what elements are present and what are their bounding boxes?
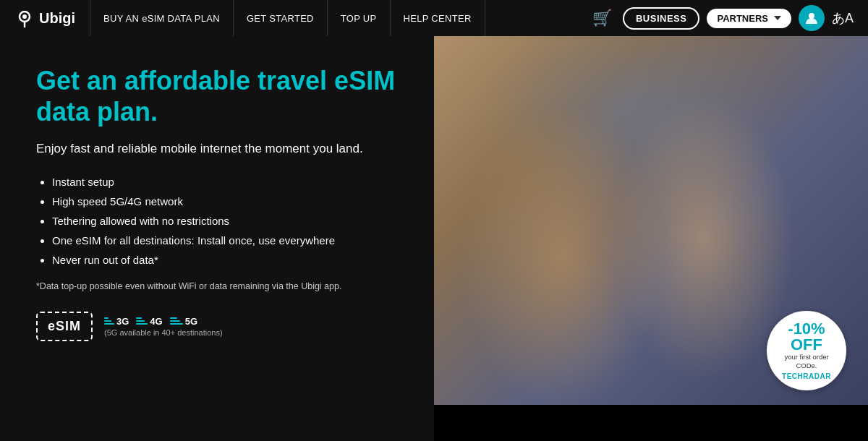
- esim-network-bar: eSIM 3G 4G: [36, 312, 405, 341]
- network-sub-label: (5G available in 40+ destinations): [104, 328, 223, 337]
- signal-lines: [104, 317, 114, 325]
- discount-percent: -10% OFF: [774, 321, 839, 353]
- 4g-badge: 4G: [136, 316, 162, 327]
- discount-badge: -10% OFF your first order CODe. TECHRADA…: [767, 311, 846, 390]
- business-button[interactable]: BUSINESS: [623, 7, 699, 30]
- 5g-badge: 5G: [170, 316, 197, 327]
- svg-point-1: [22, 14, 27, 19]
- nav-right-controls: 🛒 BUSINESS PARTNERS あA: [589, 5, 854, 31]
- discount-code: TECHRADAR: [782, 372, 831, 380]
- list-item: One eSIM for all destinations: Install o…: [52, 231, 405, 250]
- hero-subtitle: Enjoy fast and reliable mobile internet …: [36, 140, 405, 158]
- nav-top-up[interactable]: TOP UP: [328, 0, 391, 36]
- nav-get-started[interactable]: GET STARTED: [234, 0, 328, 36]
- esim-badge: eSIM: [36, 312, 93, 341]
- discount-description: your first order CODe.: [784, 353, 828, 371]
- hero-image: -10% OFF your first order CODe. TECHRADA…: [398, 36, 868, 405]
- signal-lines: [136, 317, 148, 325]
- hero-content: Get an affordable travel eSIM data plan.…: [0, 36, 434, 441]
- hero-title: Get an affordable travel eSIM data plan.: [36, 65, 405, 127]
- nav-buy-esim[interactable]: BUY AN eSIM DATA PLAN: [90, 0, 234, 36]
- brand-name: Ubigi: [39, 10, 75, 27]
- chevron-down-icon: [774, 16, 781, 20]
- hero-footnote: *Data top-up possible even without WiFi …: [36, 281, 405, 294]
- hero-section: Get an affordable travel eSIM data plan.…: [0, 36, 868, 441]
- list-item: Never run out of data*: [52, 250, 405, 270]
- 3g-badge: 3G: [104, 316, 129, 327]
- network-icons: 3G 4G 5G (5G available: [104, 316, 223, 337]
- network-row: 3G 4G 5G: [104, 316, 223, 327]
- nav-help-center[interactable]: HELP CENTER: [391, 0, 485, 36]
- navigation: Ubigi BUY AN eSIM DATA PLAN GET STARTED …: [0, 0, 868, 36]
- user-account-icon[interactable]: [799, 5, 825, 31]
- user-icon: [804, 11, 819, 25]
- hero-bullet-list: Instant setup High speed 5G/4G network T…: [36, 172, 405, 270]
- list-item: Tethering allowed with no restrictions: [52, 211, 405, 231]
- logo-icon: [14, 8, 35, 28]
- svg-point-2: [809, 13, 814, 19]
- nav-links: BUY AN eSIM DATA PLAN GET STARTED TOP UP…: [90, 0, 589, 36]
- cart-icon[interactable]: 🛒: [589, 5, 616, 31]
- list-item: Instant setup: [52, 172, 405, 192]
- logo[interactable]: Ubigi: [14, 8, 75, 28]
- hero-photo-background: -10% OFF your first order CODe. TECHRADA…: [398, 36, 868, 405]
- partners-button[interactable]: PARTNERS: [707, 9, 791, 28]
- language-icon[interactable]: あA: [832, 9, 854, 27]
- signal-lines: [170, 317, 183, 325]
- list-item: High speed 5G/4G network: [52, 192, 405, 211]
